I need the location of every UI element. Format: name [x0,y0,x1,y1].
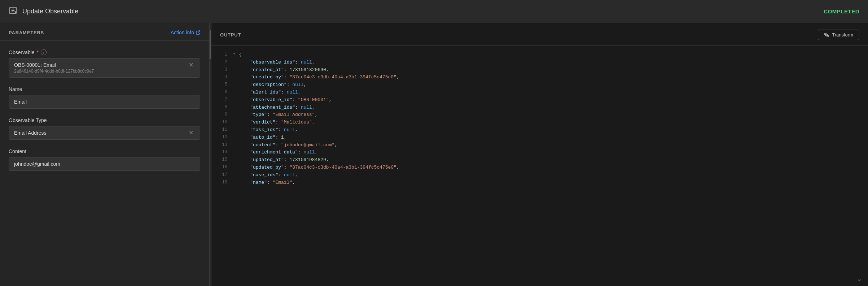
line-content: "updated_by": "87ac04c3-c3db-40a4-a3b1-3… [239,164,399,172]
json-line: 3 "created_at": 1731591820690, [211,66,868,74]
json-token: "johndoe@gmail.com" [281,142,334,148]
line-content: "observable_id": "OBS-00001", [239,96,332,104]
json-line: 9 "type": "Email Address", [211,111,868,119]
line-number: 17 [217,172,227,179]
json-token: "content" [250,142,275,148]
expand-toggle [233,172,237,179]
line-number: 8 [217,104,227,112]
output-title: OUTPUT [220,32,241,38]
json-line: 18 "name": "Email", [211,179,868,187]
json-token: "name" [250,180,267,185]
line-number: 11 [217,126,227,134]
json-token: 1 [281,135,284,140]
json-token: : [295,60,301,65]
observable-type-label: Observable Type [9,117,200,123]
line-content: "name": "Email", [239,179,295,187]
json-token: "alert_ids" [250,90,281,95]
json-token: "enrichment_data" [250,150,298,155]
line-number: 9 [217,111,227,119]
page-title: Update Observable [22,8,78,15]
observable-type-selector[interactable]: Email Address ✕ [9,126,200,140]
info-icon[interactable]: i [41,49,47,55]
json-token: "updated_by" [250,165,284,170]
json-token: , [303,82,306,87]
required-indicator: * [37,49,39,55]
line-content: "enrichment_data": null, [239,149,317,156]
line-content: "description": null, [239,81,306,89]
line-content: "type": "Email Address", [239,111,317,119]
name-input[interactable] [9,95,200,109]
json-token: "Malicious" [281,120,312,125]
json-token: , [312,120,315,125]
expand-toggle [233,179,237,187]
json-line: 17 "case_ids": null, [211,172,868,179]
line-content: "verdict": "Malicious", [239,119,315,126]
transform-icon [824,32,829,38]
json-token: , [326,67,329,73]
action-info-link[interactable]: Action info [171,30,200,35]
type-clear-button[interactable]: ✕ [187,130,195,136]
json-token: "description" [250,82,286,87]
page-icon [9,6,17,17]
json-token: : [284,74,290,80]
content-field-group: Content [9,148,200,171]
expand-toggle [233,164,237,172]
line-content: "observable_ids": null, [239,59,315,66]
expand-toggle [233,119,237,126]
json-line: 11 "task_ids": null, [211,126,868,134]
observable-selector[interactable]: OBS-00001: Email 2a846140-d9f4-4ddd-b0df… [9,58,200,78]
json-token: "Email" [273,180,293,185]
json-token: "task_ids" [250,127,278,133]
json-token: , [334,142,337,148]
json-line: 16 "updated_by": "87ac04c3-c3db-40a4-a3b… [211,164,868,172]
name-field-group: Name [9,86,200,109]
json-token: "87ac04c3-c3db-40a4-a3b1-394fc5c475e0" [289,165,396,170]
expand-toggle [233,111,237,119]
line-number: 1 [217,51,227,59]
json-token: "created_by" [250,74,284,80]
observable-clear-button[interactable]: ✕ [187,62,195,68]
json-line: 12 "auto_id": 1, [211,134,868,142]
json-token: null [303,150,315,155]
observable-type-field-group: Observable Type Email Address ✕ [9,117,200,140]
json-token: "type" [250,112,267,117]
scroll-down-icon [856,277,862,283]
json-token: : [292,97,298,103]
json-token: , [315,112,318,117]
right-panel: OUTPUT Transform 1▾{2 "observable_ids": … [211,23,868,286]
line-content: "attachment_ids": null, [239,104,315,112]
line-content: "auto_id": 1, [239,134,287,142]
line-number: 10 [217,119,227,126]
transform-button[interactable]: Transform [818,30,859,40]
bottom-arrow [211,274,868,286]
json-token: null [287,90,298,95]
json-token: , [292,180,295,185]
expand-toggle [233,104,237,112]
json-token: : [284,157,290,162]
content-label: Content [9,148,200,154]
json-token: : [295,105,301,110]
json-token: "verdict" [250,120,275,125]
json-line: 14 "enrichment_data": null, [211,149,868,156]
line-content: "created_by": "87ac04c3-c3db-40a4-a3b1-3… [239,74,399,81]
json-line: 13 "content": "johndoe@gmail.com", [211,142,868,149]
json-line: 7 "observable_id": "OBS-00001", [211,96,868,104]
parameters-header: PARAMETERS Action info [0,23,209,41]
json-token: : [278,127,284,133]
output-header: OUTPUT Transform [211,23,868,46]
header-left: Update Observable [9,6,78,17]
action-info-label: Action info [171,30,194,35]
json-output: 1▾{2 "observable_ids": null,3 "created_a… [211,46,868,274]
parameters-title: PARAMETERS [9,30,44,35]
status-badge: COMPLETED [824,8,859,14]
json-token: "case_ids" [250,172,278,178]
expand-toggle[interactable]: ▾ [233,51,237,59]
json-token: "87ac04c3-c3db-40a4-a3b1-394fc5c475e0" [289,74,396,80]
json-token: "Email Address" [273,112,315,117]
json-token: "observable_ids" [250,60,295,65]
json-token: null [292,82,303,87]
observable-value: OBS-00001: Email 2a846140-d9f4-4ddd-b0df… [14,62,94,74]
line-number: 3 [217,66,227,74]
content-input[interactable] [9,157,200,171]
header: Update Observable COMPLETED [0,0,868,23]
